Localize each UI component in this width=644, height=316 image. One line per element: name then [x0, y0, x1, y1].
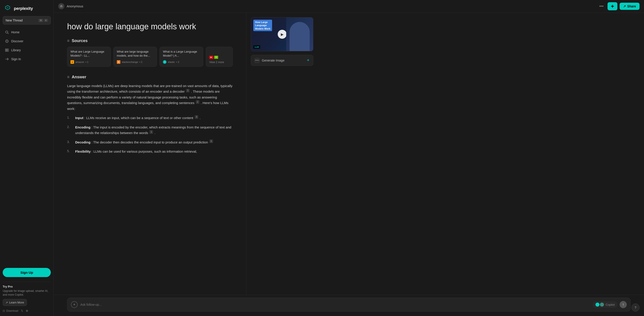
share-icon: ↗ [623, 4, 626, 8]
toggle-circle-2 [600, 302, 604, 306]
list-item-1-text: Input : LLMs receive an input, which can… [75, 115, 200, 121]
arrow-up-right-icon: ↗ [6, 301, 8, 304]
svg-rect-9 [5, 49, 6, 52]
twitter-icon: 𝕏 [21, 309, 23, 312]
svg-rect-10 [6, 49, 7, 52]
sidebar-item-discover[interactable]: Discover [3, 37, 51, 45]
try-pro-heading: Try Pro [3, 285, 51, 288]
follow-up-bar: + Copilot ↑ [54, 295, 644, 316]
sources-grid: What are Large Language Models? - LL... … [67, 47, 233, 66]
citation-2[interactable]: 1 [196, 100, 200, 104]
list-term-5: Flexibility [75, 150, 91, 153]
header-actions: ••• ↗ Share [598, 2, 640, 10]
source-card-2[interactable]: What are large language models, and how … [114, 47, 157, 66]
list-item-3: 3. Decoding : The decoder then decodes t… [67, 140, 233, 145]
content-area: how do large language models work ≡ Sour… [54, 13, 644, 295]
citation-1[interactable]: 1 [186, 89, 190, 92]
sidebar: perplexity New Thread ⌘ K Home [0, 0, 54, 316]
share-button[interactable]: ↗ Share [620, 3, 640, 10]
source-title-1: What are Large Language Models? - LL... [70, 50, 108, 58]
sidebar-item-home[interactable]: Home [3, 28, 51, 36]
sign-up-button[interactable]: Sign Up [3, 268, 51, 277]
sidebar-item-library[interactable]: Library [3, 46, 51, 54]
shortcut-key: K [44, 19, 48, 22]
sources-heading: Sources [72, 38, 88, 43]
source-num-2: • 2 [140, 61, 142, 63]
generate-image-card[interactable]: PRO Generate Image + [251, 55, 313, 66]
view-more-card[interactable]: ▶ N View 2 more [206, 47, 233, 66]
source-card-1[interactable]: What are Large Language Models? - LL... … [67, 47, 111, 66]
nvidia-icon: N [214, 56, 218, 59]
view-more-icons: ▶ N [209, 56, 218, 59]
answer-icon: ≡ [67, 75, 70, 80]
pro-badge: PRO [255, 58, 260, 63]
stackexchange-favicon: S [117, 60, 120, 64]
sources-icon: ≡ [67, 38, 70, 43]
source-card-3[interactable]: What is a Large Language Model? | A... e… [160, 47, 203, 66]
list-item-5-text: Flexibility : LLMs can be used for vario… [75, 148, 197, 154]
citation-4[interactable]: 1 [150, 130, 153, 134]
source-meta-2: S stackexchange • 2 [117, 60, 154, 64]
copilot-toggle[interactable]: Copilot [593, 301, 617, 308]
follow-up-input[interactable] [80, 303, 590, 306]
video-thumbnail: How Large Language Models Work LLM ▶ [251, 18, 313, 51]
elastic-favicon: e [163, 60, 166, 64]
discord-link[interactable]: ⊕ [26, 309, 28, 312]
follow-up-input-area: + Copilot ↑ [67, 298, 630, 312]
learn-more-label: Learn More [9, 301, 24, 304]
list-term-2: Encoding [75, 125, 90, 129]
send-button[interactable]: ↑ [620, 301, 627, 308]
source-meta-3: e elastic • 3 [163, 60, 200, 64]
video-title-overlay: How Large Language Models Work [253, 20, 272, 31]
new-thread-button[interactable]: New Thread ⌘ K [3, 16, 51, 24]
try-pro-description: Upgrade for image upload, smarter AI, an… [3, 289, 51, 297]
answer-section: ≡ Answer Large language models (LLMs) ar… [67, 75, 233, 154]
signin-icon [5, 57, 9, 61]
citation-3[interactable]: 3 [195, 115, 198, 119]
answer-heading: Answer [72, 75, 86, 80]
learn-more-button[interactable]: ↗ Learn More [3, 299, 27, 306]
source-name-2: stackexchange [122, 61, 138, 63]
svg-line-2 [8, 33, 8, 34]
list-item-1: 1. Input : LLMs receive an input, which … [67, 115, 233, 121]
source-title-3: What is a Large Language Model? | A... [163, 50, 200, 58]
page-title: how do large language models work [67, 22, 233, 31]
nav-items: Home Discover [3, 28, 51, 265]
help-button[interactable]: ? [632, 304, 640, 312]
play-icon: ▶ [281, 32, 284, 36]
svg-rect-11 [8, 49, 8, 52]
twitter-link[interactable]: 𝕏 [21, 309, 23, 312]
sidebar-item-library-label: Library [11, 48, 21, 52]
download-icon: ⊡ [3, 309, 5, 312]
share-label: Share [627, 4, 636, 8]
search-icon [5, 30, 9, 34]
list-item-2-text: Encoding : The input is encoded by the e… [75, 124, 233, 136]
toggle-icons [596, 302, 604, 306]
sources-section-header: ≡ Sources [67, 38, 233, 43]
list-item-5: 5. Flexibility : LLMs can be used for va… [67, 148, 233, 154]
more-options-button[interactable]: ••• [598, 3, 605, 10]
source-num-3: • 3 [176, 61, 179, 63]
svg-point-4 [7, 41, 8, 42]
answer-section-header: ≡ Answer [67, 75, 233, 80]
download-link[interactable]: ⊡ Download [3, 309, 18, 312]
follow-up-add-button[interactable]: + [71, 301, 78, 308]
focus-button[interactable] [608, 2, 617, 10]
copilot-label: Copilot [606, 303, 615, 306]
plus-circle-icon: + [73, 302, 76, 307]
app-name: perplexity [14, 6, 33, 11]
new-thread-label: New Thread [6, 18, 22, 22]
sidebar-item-signin[interactable]: Sign In [3, 55, 51, 63]
right-panel: How Large Language Models Work LLM ▶ [246, 13, 318, 295]
person-area [286, 18, 313, 51]
video-play-button[interactable]: ▶ [278, 30, 287, 39]
youtube-icon: ▶ [209, 56, 213, 59]
perplexity-logo-icon [4, 4, 12, 12]
compass-icon [5, 39, 9, 43]
citation-5[interactable]: 3 [210, 140, 213, 143]
amazon-favicon: a [70, 60, 74, 64]
main-scroll-area: how do large language models work ≡ Sour… [54, 13, 246, 295]
source-title-2: What are large language models, and how … [117, 50, 154, 58]
video-card[interactable]: How Large Language Models Work LLM ▶ [251, 17, 313, 51]
download-label: Download [6, 309, 18, 312]
